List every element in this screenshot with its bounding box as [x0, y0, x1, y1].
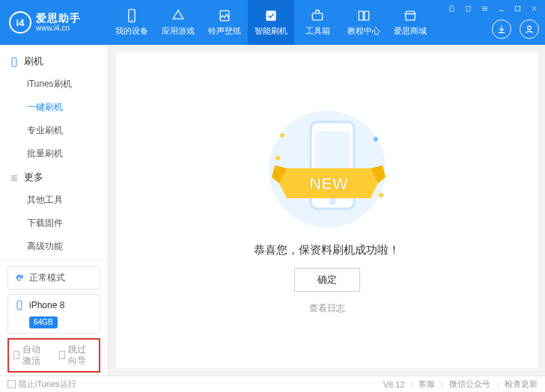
svg-rect-5 — [515, 6, 520, 10]
svg-text:NEW: NEW — [309, 174, 348, 193]
view-log-link[interactable]: 查看日志 — [309, 302, 345, 315]
skin-icon[interactable] — [463, 3, 473, 13]
sidebar-section-title: 更多 — [24, 171, 43, 184]
top-right — [446, 0, 539, 45]
flash-icon — [264, 8, 278, 23]
svg-point-11 — [280, 133, 284, 138]
checkbox-auto-activate[interactable]: 自动激活 — [13, 344, 49, 367]
brand-title: 爱思助手 — [36, 13, 81, 24]
lock-icon[interactable] — [446, 3, 457, 13]
brand-logo-icon: i4 — [9, 11, 31, 34]
account-button[interactable] — [520, 19, 539, 39]
refresh-icon — [14, 273, 25, 284]
sidebar-item-batch-flash[interactable]: 批量刷机 — [0, 142, 108, 165]
brand: i4 爱思助手 www.i4.cn — [0, 11, 109, 34]
checkbox-block-itunes[interactable]: 阻止iTunes运行 — [7, 379, 76, 390]
svg-rect-4 — [312, 13, 322, 20]
svg-point-15 — [329, 197, 336, 205]
user-icon — [524, 24, 535, 34]
sidebar-section-flash[interactable]: 刷机 — [0, 51, 108, 73]
apps-icon — [171, 8, 186, 23]
minimize-icon[interactable] — [496, 3, 506, 13]
storage-badge: 64GB — [29, 316, 58, 328]
svg-point-12 — [374, 137, 378, 141]
topbar: i4 爱思助手 www.i4.cn 我的设备 应用游戏 铃声壁纸 智能刷机 工具… — [0, 0, 545, 45]
svg-point-6 — [528, 26, 532, 30]
nav-label: 教程中心 — [347, 25, 380, 37]
close-icon[interactable] — [529, 3, 539, 13]
main-area: NEW 恭喜您，保资料刷机成功啦！ 确定 查看日志 — [109, 45, 545, 376]
checkbox-label: 阻止iTunes运行 — [19, 379, 76, 390]
sidebar-item-other-tools[interactable]: 其他工具 — [0, 189, 108, 212]
nav-label: 我的设备 — [115, 25, 148, 37]
device-name: iPhone 8 — [29, 299, 64, 312]
checkbox-label: 跳过向导 — [68, 344, 94, 367]
nav-ringtones[interactable]: 铃声壁纸 — [201, 0, 248, 45]
sidebar-item-download-firmware[interactable]: 下载固件 — [0, 212, 108, 235]
mode-indicator[interactable]: 正常模式 — [7, 266, 100, 290]
menu-lines-icon — [9, 173, 19, 183]
checkbox-icon — [59, 351, 65, 359]
sidebar-item-itunes-flash[interactable]: iTunes刷机 — [0, 73, 108, 96]
nav-apps[interactable]: 应用游戏 — [155, 0, 201, 45]
sidebar-section-more[interactable]: 更多 — [0, 167, 108, 189]
menu-icon[interactable] — [479, 3, 490, 13]
book-icon — [356, 8, 371, 23]
wechat-link[interactable]: 微信公众号 — [449, 379, 490, 390]
checkbox-icon — [13, 351, 19, 359]
nav-flash[interactable]: 智能刷机 — [248, 0, 294, 45]
checkbox-skip-guide[interactable]: 跳过向导 — [59, 344, 94, 367]
nav-toolbox[interactable]: 工具箱 — [294, 0, 341, 45]
device-block[interactable]: iPhone 8 64GB — [7, 294, 100, 334]
nav-label: 应用游戏 — [162, 25, 195, 37]
phone-outline-icon — [9, 57, 19, 67]
mode-label: 正常模式 — [29, 272, 65, 284]
shop-icon — [403, 8, 418, 23]
nav-label: 爱思商城 — [394, 25, 427, 37]
phone-icon — [124, 8, 139, 23]
sidebar-item-onekey-flash[interactable]: 一键刷机 — [0, 96, 108, 119]
nav-my-device[interactable]: 我的设备 — [109, 0, 155, 45]
nav-label: 智能刷机 — [255, 25, 287, 37]
success-message: 恭喜您，保资料刷机成功啦！ — [254, 243, 400, 257]
download-button[interactable] — [492, 19, 511, 39]
brand-subtitle: www.i4.cn — [36, 24, 81, 32]
nav-shop[interactable]: 爱思商城 — [387, 0, 433, 45]
ok-button[interactable]: 确定 — [294, 268, 360, 292]
checkbox-label: 自动激活 — [22, 344, 49, 367]
window-controls — [446, 3, 539, 13]
svg-rect-1 — [131, 20, 133, 21]
result-panel: NEW 恭喜您，保资料刷机成功啦！ 确定 查看日志 — [116, 52, 538, 368]
wallpaper-icon — [217, 8, 232, 23]
svg-rect-3 — [266, 10, 275, 20]
sidebar-section-title: 刷机 — [24, 55, 43, 68]
device-phone-icon — [14, 300, 25, 310]
highlight-box: 自动激活 跳过向导 — [7, 338, 100, 373]
sidebar-item-advanced[interactable]: 高级功能 — [0, 235, 108, 258]
version-label: V8.12 — [383, 380, 405, 389]
toolbox-icon — [310, 8, 325, 23]
check-update-link[interactable]: 检查更新 — [505, 379, 538, 390]
sidebar: 刷机 iTunes刷机 一键刷机 专业刷机 批量刷机 更多 其他工具 下载固件 … — [0, 45, 109, 376]
maximize-icon[interactable] — [512, 3, 523, 13]
svg-rect-7 — [12, 58, 16, 67]
status-bar: 阻止iTunes运行 V8.12 | 客服 | 微信公众号 | 检查更新 — [0, 376, 545, 392]
top-nav: 我的设备 应用游戏 铃声壁纸 智能刷机 工具箱 教程中心 爱思商城 — [109, 0, 433, 45]
sidebar-item-pro-flash[interactable]: 专业刷机 — [0, 119, 108, 142]
support-link[interactable]: 客服 — [418, 379, 435, 390]
nav-tutorials[interactable]: 教程中心 — [341, 0, 387, 45]
download-icon — [496, 24, 507, 34]
checkbox-icon — [7, 380, 16, 388]
nav-label: 铃声壁纸 — [208, 25, 241, 37]
nav-label: 工具箱 — [305, 25, 330, 37]
svg-point-9 — [19, 308, 19, 309]
success-illustration: NEW — [245, 105, 409, 233]
